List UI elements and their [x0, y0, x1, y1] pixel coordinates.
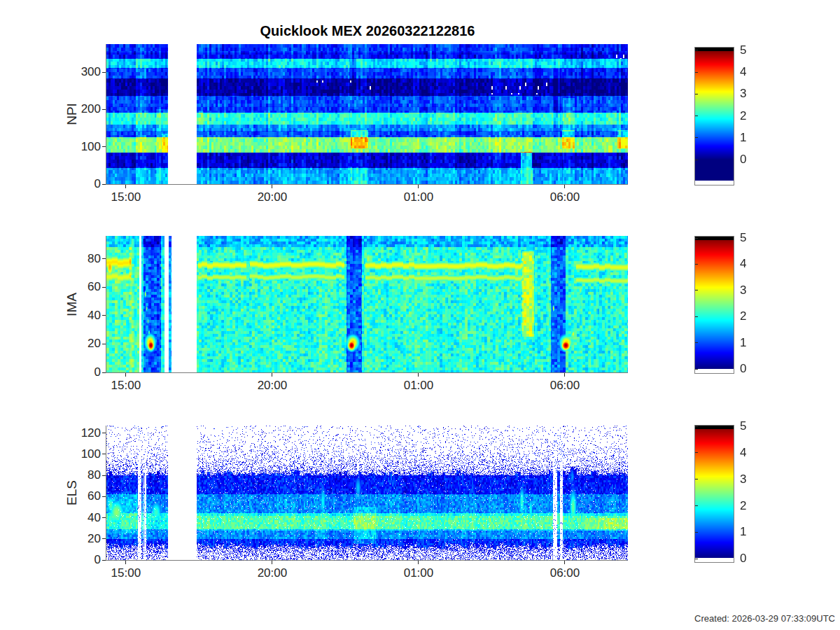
colorbar-tick-mark — [695, 238, 698, 239]
y-tick-mark — [102, 454, 106, 454]
colorbar-tick-mark — [695, 316, 698, 317]
colorbar-tick-mark — [695, 115, 698, 116]
y-tick-mark — [102, 560, 106, 561]
colorbar-tick-label: 1 — [740, 131, 746, 145]
colorbar-frame — [694, 425, 734, 563]
y-tick-label: 40 — [59, 511, 101, 525]
x-tick-label: 01:00 — [394, 379, 443, 393]
colorbar-tick-label: 5 — [740, 43, 746, 57]
colorbar-tick-mark — [695, 137, 698, 138]
x-tick-label: 20:00 — [248, 190, 297, 204]
x-tick-label: 20:00 — [248, 379, 297, 393]
els-left-spine — [106, 426, 106, 561]
y-tick-label: 80 — [59, 468, 101, 482]
y-tick-mark — [102, 109, 106, 110]
y-tick-label: 200 — [59, 102, 101, 116]
x-tick-mark — [272, 185, 272, 188]
colorbar-tick-mark — [695, 342, 698, 343]
els-spectrogram-canvas — [106, 426, 628, 560]
y-tick-label: 20 — [59, 532, 101, 546]
colorbar-tick-mark — [695, 264, 698, 265]
x-tick-label: 20:00 — [248, 566, 297, 580]
ima-spectrogram-canvas — [106, 236, 628, 372]
colorbar-tick-label: 4 — [740, 65, 746, 79]
npi-left-spine — [106, 44, 106, 185]
colorbar-tick-label: 0 — [740, 153, 746, 167]
y-tick-mark — [102, 496, 106, 497]
y-tick-label: 0 — [59, 553, 101, 567]
x-tick-label: 15:00 — [102, 190, 150, 204]
colorbar-frame — [694, 47, 734, 186]
colorbar-tick-label: 0 — [740, 552, 746, 566]
colorbar-tick-mark — [695, 50, 698, 50]
x-tick-mark — [564, 185, 565, 188]
y-tick-mark — [102, 475, 106, 476]
colorbar-tick-label: 1 — [740, 336, 746, 350]
colorbar-tick-label: 4 — [740, 446, 746, 460]
y-tick-mark — [102, 344, 106, 344]
figure-title: Quicklook MEX 20260322122816 — [260, 23, 475, 39]
colorbar-tick-mark — [695, 532, 698, 533]
x-tick-mark — [418, 561, 419, 564]
x-tick-mark — [564, 373, 565, 377]
colorbar-tick-label: 2 — [740, 309, 746, 323]
colorbar-tick-mark — [695, 94, 698, 94]
created-timestamp: Created: 2026-03-29 07:33:09UTC — [694, 613, 835, 624]
y-tick-mark — [102, 372, 106, 373]
x-tick-label: 06:00 — [540, 566, 589, 580]
colorbar-tick-mark — [695, 505, 698, 506]
colorbar-tick-mark — [695, 290, 698, 290]
colorbar-frame — [694, 236, 734, 374]
x-tick-mark — [125, 373, 126, 377]
colorbar-tick-mark — [695, 479, 698, 479]
colorbar-tick-label: 3 — [740, 472, 746, 486]
colorbar-tick-label: 2 — [740, 109, 746, 123]
x-tick-label: 01:00 — [394, 190, 443, 204]
x-tick-mark — [418, 185, 419, 188]
colorbar-tick-mark — [695, 72, 698, 73]
colorbar-tick-mark — [695, 426, 698, 427]
ima-bottom-spine — [106, 372, 628, 373]
y-tick-label: 120 — [59, 426, 101, 440]
x-tick-mark — [564, 561, 565, 564]
colorbar-tick-label: 3 — [740, 284, 746, 298]
y-tick-mark — [102, 287, 106, 288]
colorbar-tick-mark — [695, 160, 698, 160]
els-bottom-spine — [106, 560, 628, 561]
colorbar-tick-label: 0 — [740, 362, 746, 376]
colorbar-tick-label: 2 — [740, 499, 746, 513]
x-tick-mark — [418, 373, 419, 377]
y-tick-label: 100 — [59, 140, 101, 154]
y-tick-mark — [102, 72, 106, 73]
x-tick-mark — [125, 185, 126, 188]
x-tick-mark — [125, 561, 126, 564]
colorbar-tick-label: 5 — [740, 231, 746, 245]
y-tick-mark — [102, 433, 106, 433]
npi-spectrogram-canvas — [106, 44, 628, 184]
y-tick-label: 60 — [59, 489, 101, 503]
colorbar-tick-label: 1 — [740, 525, 746, 539]
y-tick-label: 300 — [59, 65, 101, 79]
y-tick-mark — [102, 184, 106, 185]
y-tick-label: 100 — [59, 447, 101, 461]
npi-bottom-spine — [106, 184, 628, 185]
x-tick-mark — [272, 373, 272, 377]
colorbar-tick-mark — [695, 559, 698, 559]
colorbar-tick-label: 5 — [740, 419, 746, 433]
y-tick-label: 80 — [59, 252, 101, 266]
x-tick-mark — [272, 561, 272, 564]
y-tick-label: 20 — [59, 337, 101, 351]
ima-left-spine — [106, 236, 106, 373]
y-tick-mark — [102, 517, 106, 518]
y-tick-label: 40 — [59, 309, 101, 323]
y-tick-label: 60 — [59, 280, 101, 294]
colorbar-tick-label: 4 — [740, 257, 746, 271]
y-tick-label: 0 — [59, 365, 101, 379]
y-tick-mark — [102, 315, 106, 316]
x-tick-label: 15:00 — [102, 379, 150, 393]
x-tick-label: 06:00 — [540, 379, 589, 393]
y-tick-mark — [102, 258, 106, 259]
colorbar-tick-mark — [695, 369, 698, 370]
colorbar-tick-mark — [695, 452, 698, 453]
y-tick-label: 0 — [59, 177, 101, 191]
